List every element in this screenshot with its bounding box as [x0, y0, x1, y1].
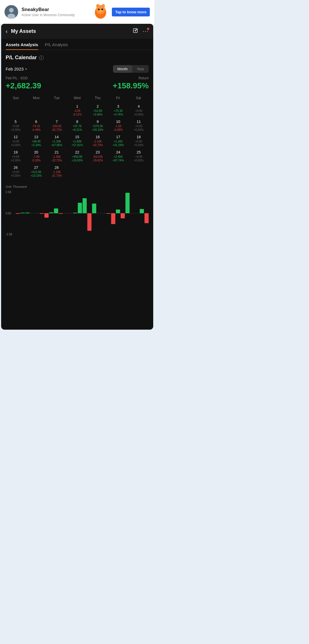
- return-value: +158.95%: [113, 81, 149, 90]
- main-tabs: Assets Analysis P/L Analysis: [1, 39, 153, 50]
- chart-bar: [73, 213, 77, 213]
- day-header: Thu: [88, 95, 108, 101]
- tap-to-know-more-button[interactable]: Tap to know more: [112, 8, 150, 16]
- chart-bar: [59, 213, 63, 214]
- calendar-cell[interactable]: 17+1.16K+41.29%: [108, 134, 128, 149]
- calendar-cell: [26, 103, 46, 118]
- calendar-header: SunMonTueWedThuFriSat: [6, 95, 149, 101]
- main-content: P/L Calendar i Feb 2023 ▾ Month Year Feb…: [1, 50, 153, 240]
- chart-bar: [40, 213, 44, 214]
- tab-assets-analysis[interactable]: Assets Analysis: [6, 42, 38, 50]
- calendar-cell[interactable]: 9+576.36+50.19%: [88, 119, 108, 133]
- calendar-cell: [108, 165, 128, 179]
- svg-point-8: [101, 8, 103, 10]
- calendar-cell[interactable]: 16-2.10K-42.73%: [88, 134, 108, 149]
- calendar-cell[interactable]: 26+0.00+0.00%: [6, 165, 25, 179]
- day-header: Wed: [67, 95, 87, 101]
- mascot: [93, 3, 108, 20]
- calendar-cell[interactable]: 19+0.00+0.00%: [6, 149, 25, 164]
- app-header: ‹ My Assets ···: [1, 24, 153, 39]
- chart-bar: [54, 208, 58, 213]
- chart-unit-label: Unit: Thousand: [6, 185, 149, 188]
- month-button[interactable]: Month: [113, 65, 132, 73]
- day-header: Tue: [46, 95, 67, 101]
- more-icon[interactable]: ···: [143, 28, 149, 34]
- calendar-cell[interactable]: 25+0.00+0.00%: [129, 149, 149, 164]
- chart-bar: [16, 213, 20, 214]
- day-header: Sun: [6, 95, 26, 101]
- calendar-cell[interactable]: 23-614.09-19.62%: [88, 149, 108, 164]
- dropdown-arrow-icon: ▾: [25, 67, 27, 71]
- notification-dot: [147, 28, 149, 30]
- calendar-cell[interactable]: 12+0.00+0.00%: [6, 134, 25, 149]
- calendar-cell[interactable]: 2+52.89+3.46%: [88, 103, 108, 118]
- date-selector[interactable]: Feb 2023 ▾: [6, 67, 27, 71]
- calendar-cell: [129, 165, 149, 179]
- back-button[interactable]: ‹: [6, 28, 8, 35]
- calendar-cell[interactable]: 14+1.26K+67.85%: [47, 134, 67, 149]
- profile-name: SneakyBear: [22, 7, 89, 12]
- svg-point-7: [98, 8, 100, 10]
- calendar-cell[interactable]: 7-533.82-33.73%: [47, 119, 67, 133]
- calendar-cell[interactable]: 20-7.99-0.20%: [26, 149, 46, 164]
- calendar: SunMonTueWedThuFriSat 1-3.55-0.12%2+52.8…: [6, 95, 149, 179]
- chart-svg: [15, 191, 149, 236]
- pl-label: Feb P/L · SGD: [6, 76, 41, 80]
- calendar-cell[interactable]: 13+58.99+3.34%: [26, 134, 46, 149]
- profile-info: SneakyBear Active User in Moomoo Communi…: [22, 7, 89, 17]
- chart-bar: [49, 212, 54, 213]
- chart-bar: [116, 210, 120, 213]
- y-min: -2.58: [6, 233, 14, 236]
- page-title: My Assets: [11, 28, 129, 34]
- chart-bar: [106, 213, 111, 214]
- calendar-cell[interactable]: 6-74.31-4.49%: [26, 119, 46, 133]
- chart-bar: [140, 209, 144, 213]
- chart-bar: [25, 213, 30, 213]
- chart-bar: [78, 203, 82, 213]
- calendar-cell[interactable]: 1-3.55-0.12%: [67, 103, 87, 118]
- pl-summary: Feb P/L · SGD +2,682.39 Return +158.95%: [6, 76, 149, 90]
- export-icon[interactable]: [133, 28, 138, 35]
- avatar: [5, 5, 18, 19]
- calendar-cell: [47, 103, 67, 118]
- y-axis: 2.58 0.00 -2.58: [6, 191, 14, 236]
- calendar-cell[interactable]: 10-1.50-0.09%: [108, 119, 128, 133]
- calendar-cell[interactable]: 24+2.45K+97.74%: [108, 149, 128, 164]
- calendar-cell[interactable]: 8+97.76+9.31%: [67, 119, 87, 133]
- calendar-cell: [88, 165, 108, 179]
- year-button[interactable]: Year: [132, 65, 149, 73]
- day-header: Mon: [26, 95, 46, 101]
- pl-right: Return +158.95%: [113, 76, 149, 90]
- calendar-cell[interactable]: 4+0.00+0.00%: [129, 103, 149, 118]
- profile-subtitle: Active User in Moomoo Community: [22, 13, 89, 17]
- calendar-cell[interactable]: 3+75.30+4.76%: [108, 103, 128, 118]
- header-icons: ···: [133, 28, 149, 35]
- app-container: ‹ My Assets ··· Assets Analysis P/L Anal…: [1, 24, 153, 330]
- tab-pl-analysis[interactable]: P/L Analysis: [45, 42, 68, 50]
- chart-area: 2.58 0.00 -2.58: [6, 191, 149, 236]
- svg-point-9: [99, 10, 102, 12]
- info-icon[interactable]: i: [39, 56, 44, 60]
- pl-left: Feb P/L · SGD +2,682.39: [6, 76, 41, 90]
- return-label: Return: [113, 76, 149, 80]
- y-zero: 0.00: [6, 212, 14, 215]
- svg-point-12: [99, 8, 99, 9]
- chart-bars-container: [15, 191, 149, 236]
- chart-bar: [144, 213, 149, 223]
- calendar-cell[interactable]: 11+0.00+0.00%: [129, 119, 149, 133]
- y-max: 2.58: [6, 191, 14, 194]
- day-header: Fri: [108, 95, 128, 101]
- chart-bar: [121, 213, 125, 218]
- calendar-cell[interactable]: 21-1.30K-32.73%: [47, 149, 67, 164]
- calendar-cell[interactable]: 15+1.80K+57.81%: [67, 134, 87, 149]
- controls-row: Feb 2023 ▾ Month Year: [6, 65, 149, 73]
- pl-value: +2,682.39: [6, 81, 41, 90]
- calendar-cell[interactable]: 5+0.00+0.00%: [6, 119, 25, 133]
- chart-section: Unit: Thousand 2.58 0.00 -2.58: [6, 185, 149, 236]
- calendar-cell[interactable]: 27+513.85+10.33%: [26, 165, 46, 179]
- calendar-cell[interactable]: 28-1.19K-21.73%: [47, 165, 67, 179]
- calendar-cell[interactable]: 22+450.95+16.83%: [67, 149, 87, 164]
- calendar-cell[interactable]: 18+0.00+0.00%: [129, 134, 149, 149]
- chart-bar: [21, 213, 25, 213]
- chart-bar: [44, 213, 49, 218]
